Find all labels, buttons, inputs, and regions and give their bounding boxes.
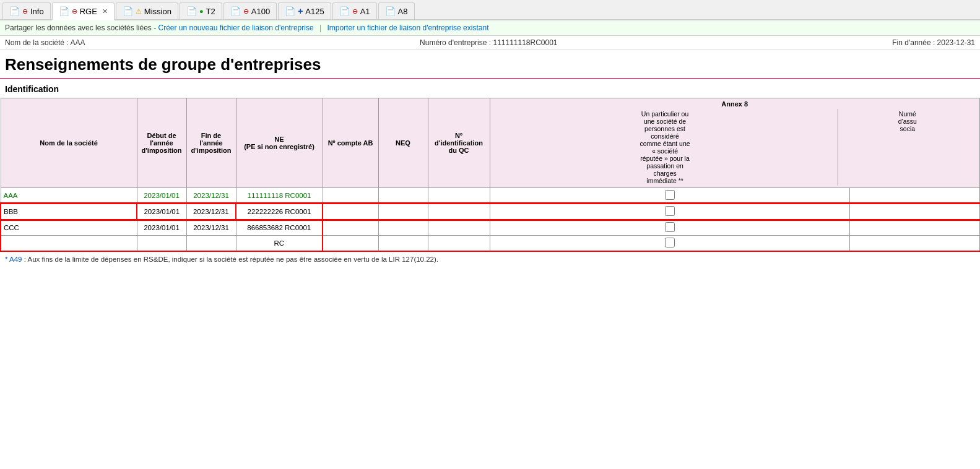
- table-row[interactable]: BBB 2023/01/01 2023/12/31 222222226 RC00…: [1, 204, 980, 220]
- company-name: Nom de la société : AAA: [5, 38, 85, 47]
- identification-table: Nom de la société Début de l'année d'imp…: [0, 98, 980, 252]
- sharing-static-text: Partager les données avec les sociétés l…: [5, 24, 158, 32]
- checkbox-annex1-empty[interactable]: [665, 238, 675, 247]
- cell-annex2-ccc[interactable]: [850, 220, 980, 236]
- cell-ab-ccc[interactable]: [323, 220, 378, 236]
- cell-neq-ccc[interactable]: [378, 220, 428, 236]
- cell-name-aaa[interactable]: AAA: [1, 188, 137, 204]
- cell-fin-empty[interactable]: [186, 236, 236, 252]
- tab-t2-doc-icon: 📄: [186, 6, 197, 16]
- cell-qc-bbb[interactable]: [428, 204, 490, 220]
- import-liaison-link[interactable]: Importer un fichier de liaison d'entrepr…: [327, 24, 488, 32]
- cell-debut-aaa[interactable]: 2023/01/01: [137, 188, 186, 204]
- cell-ab-bbb[interactable]: [323, 204, 378, 220]
- cell-fin-ccc[interactable]: 2023/12/31: [186, 220, 236, 236]
- cell-checkbox-annex1-ccc[interactable]: [490, 220, 850, 236]
- tab-a100-label: A100: [251, 7, 270, 16]
- col-header-name: Nom de la société: [1, 98, 137, 188]
- tab-a100-status-icon: ⊖: [243, 7, 249, 15]
- tab-info[interactable]: 📄 ⊖ Info: [2, 2, 51, 19]
- tab-a8[interactable]: 📄 A8: [378, 2, 415, 19]
- cell-ne-empty[interactable]: RC: [236, 236, 323, 252]
- checkbox-annex1-ccc[interactable]: [665, 222, 675, 232]
- tab-mission-status-icon: ⚠: [136, 7, 142, 15]
- cell-annex2-aaa[interactable]: [850, 188, 980, 204]
- cell-name-ccc[interactable]: CCC: [1, 220, 137, 236]
- tab-rge-close-icon[interactable]: ✕: [102, 7, 108, 15]
- tab-a8-label: A8: [398, 7, 408, 16]
- cell-qc-ccc[interactable]: [428, 220, 490, 236]
- cell-neq-bbb[interactable]: [378, 204, 428, 220]
- cell-ab-aaa[interactable]: [323, 188, 378, 204]
- tab-mission[interactable]: 📄 ⚠ Mission: [116, 2, 178, 19]
- cell-neq-aaa[interactable]: [378, 188, 428, 204]
- col-header-ab: Nº compte AB: [323, 98, 378, 188]
- cell-debut-bbb[interactable]: 2023/01/01: [137, 204, 186, 220]
- footer-note: * A49 : Aux fins de la limite de dépense…: [0, 252, 980, 267]
- cell-annex2-empty[interactable]: [850, 236, 980, 252]
- tab-t2-label: T2: [206, 7, 215, 16]
- tab-t2-status-icon: ●: [199, 7, 204, 15]
- tab-bar: 📄 ⊖ Info 📄 ⊖ RGE ✕ 📄 ⚠ Mission 📄 ● T2 📄 …: [0, 0, 980, 20]
- cell-ab-empty[interactable]: [323, 236, 378, 252]
- tab-info-status-icon: ⊖: [22, 7, 28, 15]
- cell-ne-ccc[interactable]: 866853682 RC0001: [236, 220, 323, 236]
- table-wrapper: Nom de la société Début de l'année d'imp…: [0, 98, 980, 252]
- tab-a1-label: A1: [360, 7, 370, 16]
- tab-info-label: Info: [30, 7, 44, 16]
- col-header-annex-group: Annex 8 Un particulier ou une société de…: [490, 98, 980, 188]
- cell-fin-bbb[interactable]: 2023/12/31: [186, 204, 236, 220]
- checkbox-annex1-aaa[interactable]: [665, 190, 675, 200]
- page-title: Renseignements de groupe d'entreprises: [0, 50, 980, 79]
- col-header-neq: NEQ: [378, 98, 428, 188]
- tab-a125-status-icon: +: [298, 6, 303, 16]
- tab-rge-doc-icon: 📄: [59, 6, 69, 16]
- sharing-separator: |: [319, 24, 321, 32]
- footer-link-a49[interactable]: * A49: [5, 256, 22, 263]
- checkbox-annex1-bbb[interactable]: [665, 206, 675, 216]
- tab-a1-doc-icon: 📄: [339, 6, 350, 16]
- cell-debut-empty[interactable]: [137, 236, 186, 252]
- tab-mission-doc-icon: 📄: [123, 6, 133, 16]
- company-bar: Nom de la société : AAA Numéro d'entrepr…: [0, 36, 980, 50]
- cell-debut-ccc[interactable]: 2023/01/01: [137, 220, 186, 236]
- cell-checkbox-annex1-aaa[interactable]: [490, 188, 850, 204]
- tab-a100-doc-icon: 📄: [230, 6, 241, 16]
- cell-annex2-bbb[interactable]: [850, 204, 980, 220]
- tab-a125[interactable]: 📄 + A125: [278, 2, 331, 19]
- tab-rge[interactable]: 📄 ⊖ RGE ✕: [52, 2, 115, 20]
- table-row[interactable]: CCC 2023/01/01 2023/12/31 866853682 RC00…: [1, 220, 980, 236]
- cell-name-empty[interactable]: [1, 236, 137, 252]
- table-row[interactable]: RC: [1, 236, 980, 252]
- cell-neq-empty[interactable]: [378, 236, 428, 252]
- tab-a125-doc-icon: 📄: [285, 6, 295, 16]
- cell-name-bbb[interactable]: BBB: [1, 204, 137, 220]
- tab-a8-doc-icon: 📄: [385, 6, 396, 16]
- col-header-qc: Nº d'identification du QC: [428, 98, 490, 188]
- table-row[interactable]: AAA 2023/01/01 2023/12/31 111111118 RC00…: [1, 188, 980, 204]
- table-header-row: Nom de la société Début de l'année d'imp…: [1, 98, 980, 188]
- company-year-end: Fin d'année : 2023-12-31: [892, 38, 975, 47]
- cell-qc-aaa[interactable]: [428, 188, 490, 204]
- tab-a1[interactable]: 📄 ⊖ A1: [332, 2, 377, 19]
- tab-info-doc-icon: 📄: [9, 6, 20, 16]
- tab-t2[interactable]: 📄 ● T2: [180, 2, 222, 19]
- tab-a1-status-icon: ⊖: [352, 7, 358, 15]
- cell-ne-bbb[interactable]: 222222226 RC0001: [236, 204, 323, 220]
- cell-checkbox-annex1-empty[interactable]: [490, 236, 850, 252]
- sharing-bar: Partager les données avec les sociétés l…: [0, 20, 980, 36]
- tab-mission-label: Mission: [144, 7, 171, 16]
- footer-note-text: : Aux fins de la limite de dépenses en R…: [24, 256, 438, 263]
- create-liaison-link[interactable]: Créer un nouveau fichier de liaison d'en…: [158, 24, 313, 32]
- company-number: Numéro d'entreprise : 111111118RC0001: [420, 38, 557, 47]
- tab-rge-status-icon: ⊖: [72, 7, 77, 15]
- col-header-debut: Début de l'année d'imposition: [137, 98, 186, 188]
- cell-fin-aaa[interactable]: 2023/12/31: [186, 188, 236, 204]
- cell-ne-aaa[interactable]: 111111118 RC0001: [236, 188, 323, 204]
- section-identification-title: Identification: [0, 79, 980, 98]
- tab-a125-label: A125: [305, 7, 324, 16]
- cell-qc-empty[interactable]: [428, 236, 490, 252]
- tab-a100[interactable]: 📄 ⊖ A100: [223, 2, 277, 19]
- tab-rge-label: RGE: [80, 7, 97, 16]
- cell-checkbox-annex1-bbb[interactable]: [490, 204, 850, 220]
